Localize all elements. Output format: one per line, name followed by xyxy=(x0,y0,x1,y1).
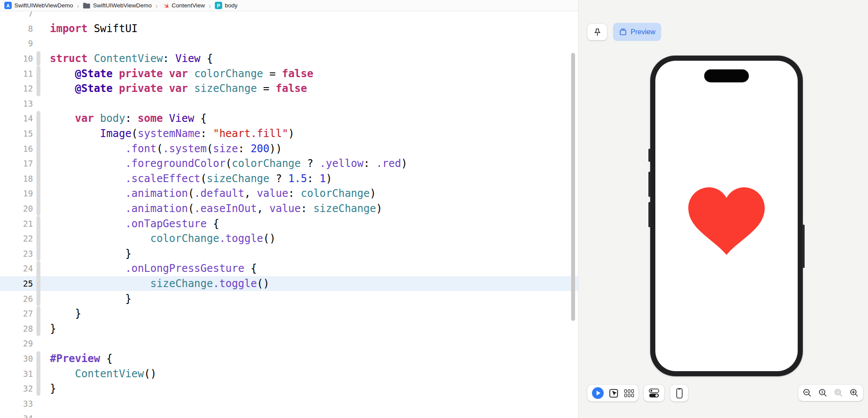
breadcrumb-item[interactable]: ASwiftUIWebViewDemo xyxy=(4,2,73,9)
code-line-25[interactable]: 25 sizeChange.toggle() xyxy=(0,276,578,291)
line-number[interactable]: 28 xyxy=(0,324,33,333)
source-editor[interactable]: 78import SwiftUI910struct ContentView: V… xyxy=(0,11,578,418)
code-text: .font(.system(size: 200)) xyxy=(50,143,282,155)
code-line-10[interactable]: 10struct ContentView: View { xyxy=(0,51,578,66)
breadcrumb-item[interactable]: Pbody xyxy=(215,2,237,9)
change-bar xyxy=(36,156,40,171)
line-number[interactable]: 21 xyxy=(0,219,33,229)
zoom-actual-size-button[interactable]: 1 xyxy=(815,385,831,401)
iphone-mute-switch xyxy=(648,149,651,162)
code-line-20[interactable]: 20 .animation(.easeInOut, value: sizeCha… xyxy=(0,201,578,216)
change-bar xyxy=(36,81,40,96)
line-number[interactable]: 16 xyxy=(0,144,33,153)
line-number[interactable]: 10 xyxy=(0,54,33,63)
line-number[interactable]: 22 xyxy=(0,234,33,243)
line-number[interactable]: 11 xyxy=(0,69,33,78)
variants-mode-button[interactable] xyxy=(624,385,634,401)
line-number[interactable]: 13 xyxy=(0,99,33,108)
line-number[interactable]: 23 xyxy=(0,249,33,258)
code-line-17[interactable]: 17 .foregroundColor(colorChange ? .yello… xyxy=(0,156,578,171)
code-line-32[interactable]: 32} xyxy=(0,381,578,396)
line-number[interactable]: 32 xyxy=(0,384,33,393)
code-line-34[interactable]: 34 xyxy=(0,411,578,418)
line-number[interactable]: 9 xyxy=(0,39,33,48)
code-line-12[interactable]: 12 @State private var sizeChange = false xyxy=(0,81,578,96)
app-store-icon: A xyxy=(4,2,12,9)
change-bar xyxy=(36,246,40,261)
change-bar xyxy=(36,111,40,126)
preview-tab-button[interactable]: Preview xyxy=(613,23,661,41)
line-number[interactable]: 30 xyxy=(0,354,33,363)
change-bar xyxy=(36,21,40,36)
selectable-mode-button[interactable] xyxy=(608,385,619,401)
svg-text:P: P xyxy=(217,3,220,8)
dynamic-island xyxy=(704,69,749,82)
change-bar xyxy=(36,306,40,321)
editor-scrollbar[interactable] xyxy=(571,53,575,321)
xcode-window: ASwiftUIWebViewDemo›SwiftUIWebViewDemo›C… xyxy=(0,0,868,418)
svg-text:A: A xyxy=(7,3,10,8)
zoom-out-button[interactable] xyxy=(799,385,815,401)
breadcrumb-item[interactable]: ContentView xyxy=(162,2,205,9)
code-line-26[interactable]: 26 } xyxy=(0,291,578,306)
preview-device-button[interactable] xyxy=(670,385,688,402)
code-line-14[interactable]: 14 var body: some View { xyxy=(0,111,578,126)
line-number[interactable]: 34 xyxy=(0,414,33,418)
iphone-power-button xyxy=(802,225,805,268)
code-text: struct ContentView: View { xyxy=(50,52,213,65)
line-number[interactable]: 18 xyxy=(0,174,33,183)
line-number[interactable]: 31 xyxy=(0,369,33,379)
code-line-13[interactable]: 13 xyxy=(0,96,578,111)
line-number[interactable]: 25 xyxy=(0,279,33,288)
device-settings-button[interactable] xyxy=(644,385,664,402)
code-text: @State private var colorChange = false xyxy=(50,68,313,80)
breadcrumb-label: body xyxy=(225,2,237,9)
code-text: } xyxy=(50,293,132,305)
code-line-21[interactable]: 21 .onTapGesture { xyxy=(0,216,578,231)
zoom-actual-icon: 1 xyxy=(818,388,828,398)
line-number[interactable]: 8 xyxy=(0,24,33,33)
line-number[interactable]: 26 xyxy=(0,294,33,304)
code-line-11[interactable]: 11 @State private var colorChange = fals… xyxy=(0,66,578,81)
zoom-to-fit-button[interactable] xyxy=(831,385,846,401)
code-line-22[interactable]: 22 colorChange.toggle() xyxy=(0,231,578,246)
code-line-7[interactable]: 7 xyxy=(0,11,578,21)
play-icon xyxy=(592,387,604,399)
line-number[interactable]: 15 xyxy=(0,129,33,138)
iphone-screen[interactable] xyxy=(655,61,798,371)
code-line-16[interactable]: 16 .font(.system(size: 200)) xyxy=(0,141,578,156)
breadcrumb-item[interactable]: SwiftUIWebViewDemo xyxy=(83,2,151,9)
line-number[interactable]: 29 xyxy=(0,339,33,348)
code-line-9[interactable]: 9 xyxy=(0,36,578,51)
line-number[interactable]: 19 xyxy=(0,189,33,198)
line-number[interactable]: 20 xyxy=(0,204,33,213)
code-line-30[interactable]: 30#Preview { xyxy=(0,351,578,366)
code-line-28[interactable]: 28} xyxy=(0,321,578,336)
code-line-15[interactable]: 15 Image(systemName: "heart.fill") xyxy=(0,126,578,141)
code-line-24[interactable]: 24 .onLongPressGesture { xyxy=(0,261,578,276)
zoom-in-button[interactable] xyxy=(846,385,862,401)
line-number[interactable]: 33 xyxy=(0,399,33,408)
zoom-out-icon xyxy=(802,388,812,398)
code-line-19[interactable]: 19 .animation(.default, value: colorChan… xyxy=(0,186,578,201)
line-number[interactable]: 12 xyxy=(0,84,33,93)
toggles-icon xyxy=(648,388,660,398)
live-preview-play-button[interactable] xyxy=(592,385,604,401)
line-number[interactable]: 17 xyxy=(0,159,33,168)
pin-preview-button[interactable] xyxy=(587,24,607,40)
change-bar xyxy=(36,231,40,246)
line-number[interactable]: 27 xyxy=(0,309,33,318)
line-number[interactable]: 24 xyxy=(0,264,33,273)
code-line-8[interactable]: 8import SwiftUI xyxy=(0,21,578,36)
code-line-18[interactable]: 18 .scaleEffect(sizeChange ? 1.5: 1) xyxy=(0,171,578,186)
change-bar xyxy=(36,216,40,231)
heart-fill-symbol[interactable] xyxy=(688,187,765,257)
change-bar xyxy=(36,201,40,216)
line-number[interactable]: 14 xyxy=(0,114,33,123)
code-line-27[interactable]: 27 } xyxy=(0,306,578,321)
code-line-33[interactable]: 33 xyxy=(0,396,578,411)
code-line-31[interactable]: 31 ContentView() xyxy=(0,366,578,381)
code-line-29[interactable]: 29 xyxy=(0,336,578,351)
code-line-23[interactable]: 23 } xyxy=(0,246,578,261)
line-number[interactable]: 7 xyxy=(0,11,33,18)
